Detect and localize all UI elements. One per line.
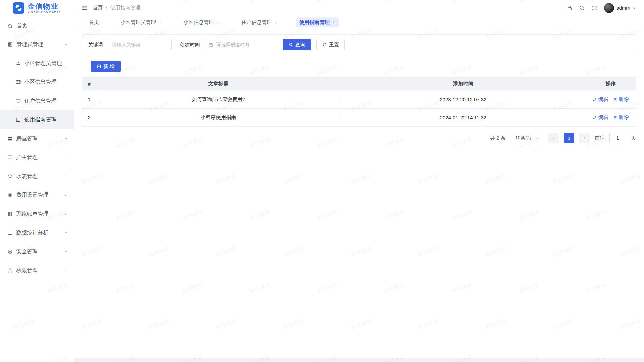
chevron-up-icon — [64, 42, 68, 46]
sidebar-group-security[interactable]: 安全管理 — [0, 242, 74, 261]
tab-home[interactable]: 首页 — [86, 17, 102, 27]
sidebar-item-home[interactable]: 首页 — [0, 16, 74, 35]
sidebar-item-label: 户主管理 — [16, 154, 64, 161]
sidebar: 金信物业 JINXIN PROPERTY 首页 管理员管理 小区管理员管理 小区… — [0, 0, 74, 362]
chevron-down-icon — [64, 268, 68, 273]
breadcrumb-home[interactable]: 首页 — [93, 5, 103, 11]
edit-button[interactable]: 编辑 — [592, 114, 608, 121]
row-title: 小程序使用指南 — [96, 109, 341, 127]
calendar-icon — [208, 42, 213, 47]
pagination: 共 2 条 10条/页 1 前往 页 — [82, 133, 636, 143]
breadcrumb: 首页 / 使用指南管理 — [93, 5, 140, 11]
sidebar-item-community-admin[interactable]: 小区管理员管理 — [0, 54, 74, 73]
search-button[interactable]: 查询 — [283, 39, 311, 50]
tab-community-info[interactable]: 小区信息管理 — [180, 17, 223, 27]
security-icon — [7, 249, 13, 254]
avatar[interactable] — [604, 3, 614, 13]
app-tagline: JINXIN PROPERTY — [28, 10, 61, 13]
monitor-icon — [7, 155, 13, 160]
sidebar-item-resident-info[interactable]: 住户信息管理 — [0, 92, 74, 110]
tab-label: 住户信息管理 — [241, 19, 272, 26]
add-button-label: 新 增 — [103, 63, 115, 70]
column-time: 添加时间 — [341, 78, 585, 90]
tab-resident-info[interactable]: 住户信息管理 — [238, 17, 281, 27]
goto-page-input[interactable] — [609, 133, 626, 143]
sidebar-group-watermeter[interactable]: 水表管理 — [0, 167, 74, 186]
chevron-left-icon — [551, 136, 555, 140]
bill-icon — [7, 211, 13, 217]
sidebar-menu: 首页 管理员管理 小区管理员管理 小区信息管理 住户信息管理 使用指 — [0, 16, 74, 362]
page-number-1[interactable]: 1 — [564, 133, 574, 143]
sidebar-item-label: 住户信息管理 — [24, 98, 68, 105]
sidebar-group-house[interactable]: 房屋管理 — [0, 129, 74, 148]
sidebar-item-label: 费用设置管理 — [16, 192, 64, 199]
main-area: 首页 / 使用指南管理 admin 首页 — [74, 0, 644, 362]
tab-bar: 首页 小区管理员管理 小区信息管理 住户信息管理 使用指南管理 — [74, 16, 644, 29]
add-document-icon — [97, 64, 101, 69]
reset-button[interactable]: 重置 — [316, 39, 345, 50]
trash-icon — [613, 97, 617, 102]
sidebar-group-fee[interactable]: 费用设置管理 — [0, 186, 74, 205]
pagination-total: 共 2 条 — [490, 135, 506, 141]
close-icon[interactable] — [274, 21, 278, 24]
sidebar-item-label: 水表管理 — [16, 173, 64, 180]
sidebar-group-permission[interactable]: 权限管理 — [0, 261, 74, 280]
collapse-sidebar-icon[interactable] — [81, 5, 88, 11]
edit-button[interactable]: 编辑 — [592, 96, 608, 103]
sidebar-item-label: 安全管理 — [16, 248, 64, 255]
meter-icon — [7, 174, 13, 179]
trash-icon — [613, 115, 617, 120]
sidebar-group-admin[interactable]: 管理员管理 — [0, 35, 74, 54]
fullscreen-icon[interactable] — [591, 5, 598, 11]
sidebar-item-label: 系统账单管理 — [16, 211, 64, 218]
goto-label: 前往 — [595, 135, 605, 141]
chevron-down-icon — [64, 250, 68, 254]
chevron-down-icon — [64, 212, 68, 216]
prev-page-button[interactable] — [548, 133, 559, 143]
breadcrumb-current: 使用指南管理 — [110, 5, 140, 11]
close-icon[interactable] — [216, 21, 220, 24]
add-button[interactable]: 新 增 — [91, 61, 121, 72]
tab-label: 小区信息管理 — [183, 19, 214, 26]
tab-label: 首页 — [89, 19, 99, 26]
sidebar-group-bill[interactable]: 系统账单管理 — [0, 205, 74, 223]
chevron-down-icon — [64, 137, 68, 141]
next-page-button[interactable] — [579, 133, 590, 143]
search-button-label: 查询 — [295, 42, 305, 48]
date-label: 创建时间 — [180, 42, 200, 48]
sidebar-item-label: 首页 — [16, 22, 68, 29]
sidebar-group-stats[interactable]: 数据统计分析 — [0, 223, 74, 242]
close-icon[interactable] — [158, 21, 162, 24]
date-picker[interactable]: 请选择创建时间 — [205, 39, 275, 50]
tab-label: 小区管理员管理 — [121, 19, 156, 26]
delete-button[interactable]: 删除 — [613, 96, 629, 103]
logo: 金信物业 JINXIN PROPERTY — [0, 0, 74, 16]
table-header-row: # 文章标题 添加时间 操作 — [82, 78, 636, 90]
date-placeholder: 请选择创建时间 — [216, 42, 249, 48]
delete-button[interactable]: 删除 — [613, 114, 629, 121]
lock-icon[interactable] — [567, 5, 573, 11]
page-size-select[interactable]: 10条/页 — [511, 133, 543, 143]
tab-guide[interactable]: 使用指南管理 — [296, 17, 339, 27]
sidebar-item-label: 管理员管理 — [16, 41, 64, 48]
row-time: 2024-01-22 14:11:32 — [341, 109, 585, 127]
user-menu[interactable]: admin — [604, 3, 637, 13]
sidebar-item-guide[interactable]: 使用指南管理 — [0, 110, 74, 129]
home-icon — [7, 23, 13, 29]
content: 关键词 创建时间 请选择创建时间 查询 重置 — [74, 29, 644, 358]
keyword-label: 关键词 — [88, 42, 103, 48]
edit-icon — [592, 97, 597, 102]
tab-community-admin[interactable]: 小区管理员管理 — [117, 17, 165, 27]
username: admin — [616, 5, 630, 11]
monitor-icon — [15, 98, 21, 104]
close-icon[interactable] — [332, 21, 336, 24]
keyword-input[interactable] — [108, 39, 172, 50]
breadcrumb-separator: / — [106, 5, 107, 11]
chevron-down-icon — [64, 231, 68, 235]
sidebar-item-community-info[interactable]: 小区信息管理 — [0, 73, 74, 92]
bar-chart-icon — [7, 230, 13, 236]
sidebar-item-label: 小区管理员管理 — [24, 60, 68, 67]
search-icon[interactable] — [579, 5, 585, 11]
sidebar-group-owner[interactable]: 户主管理 — [0, 148, 74, 167]
postcard-icon — [15, 79, 21, 85]
